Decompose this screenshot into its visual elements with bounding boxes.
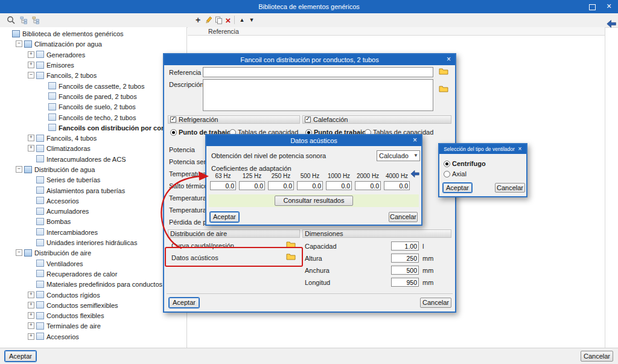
dimension-value-input[interactable] [391, 241, 419, 251]
tree-item[interactable]: +Emisores [0, 60, 186, 70]
tree-item[interactable]: +Fancoils, 4 tubos [0, 133, 186, 143]
application-window: Biblioteca de elementos genéricos × + × … [0, 0, 618, 364]
tree-item[interactable]: Accesorios [0, 196, 186, 206]
fancoil-cancel-button[interactable]: Cancelar [420, 298, 451, 308]
acoustic-cancel-button[interactable]: Cancelar [389, 212, 418, 222]
adaptation-coefficient-input[interactable] [297, 181, 323, 190]
tree-item[interactable]: Biblioteca de elementos genéricos [0, 28, 186, 39]
fancoil-accept-button[interactable]: Aceptar [169, 298, 199, 308]
collapse-tree-icon[interactable] [31, 15, 41, 25]
tree-item[interactable]: −Fancoils, 2 tubos [0, 70, 186, 80]
dialog-separator [167, 293, 453, 294]
adaptation-coefficient-input[interactable] [239, 181, 265, 190]
acoustic-bands: 63 Hz125 Hz250 Hz500 Hz1000 Hz2000 Hz400… [210, 173, 410, 190]
fancoil-dialog-close-icon[interactable]: × [444, 55, 453, 64]
tree-item[interactable]: Fancoils de techo, 2 tubos [0, 112, 186, 122]
acoustic-dialog-close-icon[interactable]: × [410, 136, 419, 145]
fan-type-cancel-button[interactable]: Cancelar [495, 183, 525, 193]
cancel-button[interactable]: Cancelar [581, 351, 613, 362]
expand-tree-icon[interactable] [19, 15, 29, 25]
tree-item-label: Materiales predefinidos para conductos [46, 280, 162, 288]
tree-item[interactable]: +Conductos flexibles [0, 310, 186, 321]
expand-plus-icon[interactable]: + [28, 292, 34, 298]
expand-plus-icon[interactable]: + [28, 312, 34, 319]
referencia-folder-icon[interactable] [439, 68, 450, 76]
maximize-button[interactable] [587, 1, 597, 12]
adaptation-coefficient-input[interactable] [210, 181, 236, 190]
referencia-input[interactable] [203, 67, 433, 77]
tree-item[interactable]: Series de tuberías [0, 174, 186, 185]
tree-item[interactable]: +Conductos rígidos [0, 289, 186, 299]
expand-plus-icon[interactable]: + [28, 333, 34, 340]
tree-item[interactable]: Materiales predefinidos para conductos [0, 279, 186, 289]
fan-type-accept-button[interactable]: Aceptar [443, 183, 472, 193]
flow-pressure-curve-button[interactable] [286, 241, 297, 249]
tree-item[interactable]: Fancoils de pared, 2 tubos [0, 91, 186, 101]
tree-item[interactable]: Unidades interiores hidráulicas [0, 237, 186, 247]
expand-minus-icon[interactable]: − [16, 249, 22, 256]
adaptation-coefficient-input[interactable] [355, 181, 381, 190]
tree-item[interactable]: +Generadores [0, 49, 186, 60]
acoustic-back-icon[interactable] [410, 170, 419, 179]
delete-element-icon[interactable]: × [223, 15, 233, 25]
tree-item[interactable]: +Terminales de aire [0, 321, 186, 331]
tree-item[interactable]: Acumuladores [0, 206, 186, 216]
acoustic-data-button[interactable] [286, 253, 297, 261]
expand-plus-icon[interactable]: + [28, 51, 34, 58]
tree-item[interactable]: −Distribución de agua [0, 164, 186, 174]
adaptation-coefficient-input[interactable] [326, 181, 352, 190]
dimension-value-input[interactable] [391, 254, 419, 263]
tree-item[interactable]: Intercambiadores [0, 227, 186, 237]
tree-item[interactable]: −Distribución de aire [0, 247, 186, 258]
tree-item[interactable]: Interacumuladores de ACS [0, 154, 186, 164]
accept-button[interactable]: Aceptar [5, 351, 36, 362]
cooling-section-header: Refrigeración [168, 115, 300, 124]
tree-item[interactable]: −Climatización por agua [0, 39, 186, 49]
dimensions-label: Dimensiones [305, 230, 343, 237]
heating-checkbox[interactable] [305, 117, 311, 123]
tree-item[interactable]: +Climatizadoras [0, 143, 186, 153]
tree-item-label: Conductos flexibles [46, 311, 104, 319]
expand-plus-icon[interactable]: + [28, 62, 34, 68]
expand-plus-icon[interactable]: + [28, 322, 34, 329]
adaptation-coefficient-input[interactable] [384, 181, 410, 190]
sound-power-dropdown[interactable]: Calculado ▼ [377, 150, 420, 161]
close-button[interactable]: × [604, 1, 614, 12]
axial-radio[interactable] [444, 171, 450, 177]
tree-item[interactable]: Aislamientos para tuberías [0, 185, 186, 195]
tree-item[interactable]: Fancoils de suelo, 2 tubos [0, 101, 186, 112]
expand-plus-icon[interactable]: + [28, 302, 34, 308]
move-down-icon[interactable]: ▼ [247, 15, 256, 25]
expand-minus-icon[interactable]: − [28, 72, 34, 78]
dimension-value-input[interactable] [391, 266, 419, 275]
descripcion-folder-icon[interactable] [439, 85, 450, 94]
window-title: Biblioteca de elementos genéricos [258, 3, 360, 10]
tree-item[interactable]: Ventiladores [0, 258, 186, 269]
tree-item[interactable]: Fancoils de cassette, 2 tubos [0, 80, 186, 91]
tree-item[interactable]: Fancoils con distribución por conductos,… [0, 123, 186, 133]
expand-plus-icon[interactable]: + [28, 145, 34, 152]
tree-item[interactable]: +Conductos semiflexibles [0, 300, 186, 310]
search-icon[interactable] [6, 15, 16, 25]
tree-item[interactable]: +Accesorios [0, 331, 186, 342]
acoustic-accept-button[interactable]: Aceptar [210, 212, 239, 222]
expand-minus-icon[interactable]: − [16, 166, 22, 173]
tree-item[interactable]: Recuperadores de calor [0, 269, 186, 279]
descripcion-textarea[interactable] [203, 79, 433, 111]
cooling-checkbox[interactable] [170, 117, 176, 123]
expand-minus-icon[interactable]: − [16, 40, 22, 47]
add-element-icon[interactable]: + [193, 15, 203, 25]
cooling-workpoint-radio[interactable] [170, 129, 177, 136]
assign-back-icon[interactable] [607, 20, 616, 29]
move-up-icon[interactable]: ▲ [237, 15, 247, 25]
copy-element-icon[interactable] [214, 15, 223, 25]
expand-plus-icon[interactable]: + [28, 135, 34, 141]
fan-type-dialog-close-icon[interactable]: × [515, 145, 524, 154]
tree-item[interactable]: Bombas [0, 216, 186, 226]
adaptation-coefficient-input[interactable] [268, 181, 294, 190]
field-label: Potencia [169, 146, 195, 153]
centrifugal-radio[interactable] [444, 161, 450, 167]
consult-results-button[interactable]: Consultar resultados [275, 196, 353, 206]
edit-element-icon[interactable] [203, 15, 213, 25]
dimension-value-input[interactable] [391, 278, 419, 287]
